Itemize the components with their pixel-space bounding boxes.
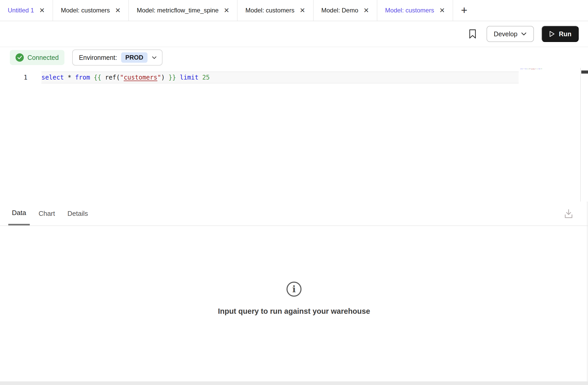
tab-untitled-1[interactable]: Untitled 1 ✕ <box>0 0 53 21</box>
results-scrollbar-track <box>587 202 587 381</box>
tab-model-demo[interactable]: Model: Demo ✕ <box>314 0 378 21</box>
bottom-scrollbar-track[interactable] <box>0 381 588 385</box>
editor-scrollbar-thumb[interactable] <box>581 70 588 74</box>
results-panel: Data Chart Details i Input query to run … <box>0 202 588 381</box>
toolbar: Develop Run <box>0 21 588 47</box>
chevron-down-icon <box>152 56 157 59</box>
tab-label: Model: customers <box>385 7 434 14</box>
environment-label: Environment: <box>79 54 117 61</box>
editor-line-1: 1 select * from {{ ref("customers") }} l… <box>0 72 588 83</box>
close-icon[interactable]: ✕ <box>115 7 121 14</box>
tab-model-customers-1[interactable]: Model: customers ✕ <box>53 0 129 21</box>
code-editor[interactable]: 1 select * from {{ ref("customers") }} l… <box>0 68 588 202</box>
results-tab-bar: Data Chart Details <box>0 202 588 226</box>
connection-status-badge: Connected <box>10 50 64 65</box>
close-icon[interactable]: ✕ <box>39 7 45 14</box>
tab-bar: Untitled 1 ✕ Model: customers ✕ Model: m… <box>0 0 588 21</box>
editor-scrollbar[interactable] <box>580 68 588 202</box>
line-number: 1 <box>0 72 41 83</box>
develop-button-label: Develop <box>494 30 518 38</box>
plus-icon: + <box>461 4 467 17</box>
environment-selector[interactable]: Environment: PROD <box>72 49 163 66</box>
develop-button[interactable]: Develop <box>487 26 534 42</box>
tab-details[interactable]: Details <box>64 202 92 225</box>
close-icon[interactable]: ✕ <box>363 7 369 14</box>
tab-model-metricflow-time-spine[interactable]: Model: metricflow_time_spine ✕ <box>129 0 238 21</box>
info-icon: i <box>286 282 302 297</box>
download-results-button[interactable] <box>562 202 576 225</box>
bookmark-icon <box>468 29 477 39</box>
tab-label: Model: Demo <box>321 7 358 14</box>
close-icon[interactable]: ✕ <box>300 7 305 14</box>
run-button-label: Run <box>559 30 571 38</box>
bookmark-button[interactable] <box>466 28 479 40</box>
close-icon[interactable]: ✕ <box>224 7 230 14</box>
tab-model-customers-3[interactable]: Model: customers ✕ <box>377 0 453 21</box>
tab-label: Untitled 1 <box>8 7 34 14</box>
tab-details-label: Details <box>68 210 88 218</box>
check-icon <box>16 53 24 62</box>
tab-data[interactable]: Data <box>8 202 30 225</box>
tab-model-customers-2[interactable]: Model: customers ✕ <box>238 0 313 21</box>
connection-status-label: Connected <box>27 54 59 61</box>
close-icon[interactable]: ✕ <box>439 7 445 14</box>
ide-window: Untitled 1 ✕ Model: customers ✕ Model: m… <box>0 0 588 385</box>
tab-chart[interactable]: Chart <box>35 202 59 225</box>
tab-label: Model: metricflow_time_spine <box>137 7 218 14</box>
active-line[interactable]: select * from {{ ref("customers") }} lim… <box>41 72 519 83</box>
environment-value-pill: PROD <box>121 52 147 63</box>
tab-label: Model: customers <box>245 7 294 14</box>
tab-chart-label: Chart <box>39 210 55 218</box>
minimap-code-text: select * from {{ ref("customers") }} lim… <box>520 68 545 69</box>
download-icon <box>563 208 574 219</box>
play-icon <box>549 31 555 37</box>
results-empty-state: i Input query to run against your wareho… <box>0 226 588 371</box>
tab-label: Model: customers <box>61 7 110 14</box>
editor-minimap[interactable]: select * from {{ ref("customers") }} lim… <box>520 68 545 73</box>
run-button[interactable]: Run <box>542 26 579 42</box>
chevron-down-icon <box>521 32 527 36</box>
empty-state-message: Input query to run against your warehous… <box>218 307 370 316</box>
tab-data-label: Data <box>12 209 26 217</box>
new-tab-button[interactable]: + <box>453 0 475 21</box>
code-text: select * from {{ ref("customers") }} lim… <box>41 74 210 81</box>
status-row: Connected Environment: PROD <box>0 47 588 68</box>
